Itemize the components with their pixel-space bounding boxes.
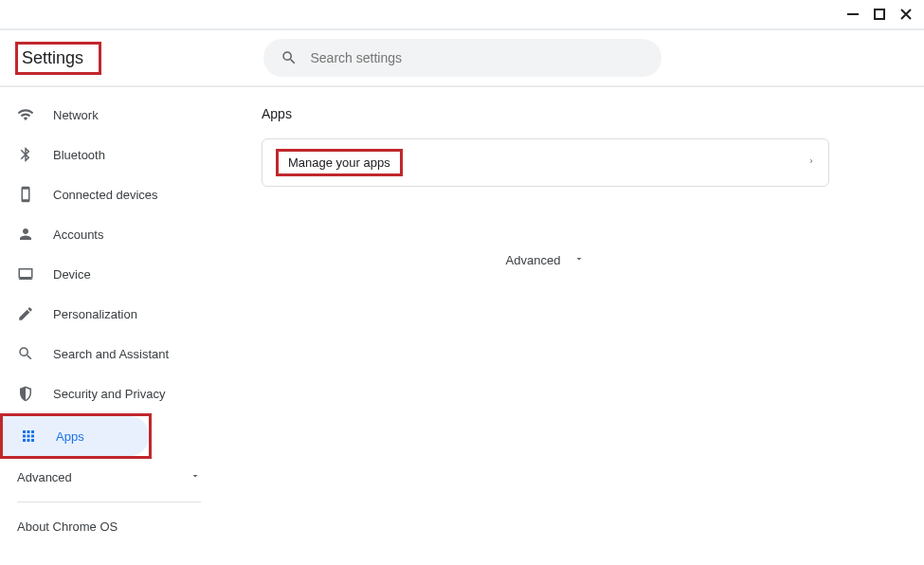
header: Settings <box>0 28 924 85</box>
title-highlight: Settings <box>15 42 101 75</box>
sidebar-item-accounts[interactable]: Accounts <box>0 214 208 254</box>
search-wrap <box>263 39 661 77</box>
manage-apps-card[interactable]: Manage your apps <box>262 138 829 187</box>
search-input[interactable] <box>311 50 644 65</box>
chevron-right-icon <box>807 155 815 170</box>
sidebar-about-label: About Chrome OS <box>17 519 118 534</box>
chevron-down-icon <box>573 253 585 267</box>
svg-rect-1 <box>875 9 884 19</box>
phone-icon <box>17 186 34 203</box>
wifi-icon <box>17 106 34 123</box>
advanced-toggle[interactable]: Advanced <box>262 253 829 267</box>
sidebar-item-connected-devices[interactable]: Connected devices <box>0 174 208 214</box>
sidebar-about[interactable]: About Chrome OS <box>0 508 218 545</box>
sidebar-advanced-label: Advanced <box>17 470 72 484</box>
apps-icon <box>20 428 37 445</box>
search-icon <box>17 345 34 362</box>
shield-icon <box>17 385 34 402</box>
sidebar-item-search-assistant[interactable]: Search and Assistant <box>0 334 208 374</box>
sidebar-item-personalization[interactable]: Personalization <box>0 294 208 334</box>
sidebar: Network Bluetooth Connected devices Acco… <box>0 87 218 553</box>
apps-highlight: Apps <box>0 413 152 459</box>
body: Network Bluetooth Connected devices Acco… <box>0 87 924 553</box>
sidebar-item-label: Device <box>53 267 91 282</box>
sidebar-item-label: Personalization <box>53 307 137 321</box>
sidebar-item-bluetooth[interactable]: Bluetooth <box>0 135 208 174</box>
sidebar-item-label: Accounts <box>53 228 103 242</box>
sidebar-item-apps[interactable]: Apps <box>3 416 149 456</box>
svg-rect-0 <box>847 13 859 15</box>
manage-apps-label: Manage your apps <box>288 155 390 170</box>
bluetooth-icon <box>17 146 34 163</box>
window-controls <box>846 8 913 21</box>
main-content: Apps Manage your apps Advanced <box>218 87 924 553</box>
laptop-icon <box>17 265 34 282</box>
search-bar[interactable] <box>263 39 661 77</box>
maximize-button[interactable] <box>873 8 886 21</box>
person-icon <box>17 226 34 243</box>
sidebar-item-label: Connected devices <box>53 188 158 202</box>
close-button[interactable] <box>899 8 913 21</box>
sidebar-divider <box>17 501 201 502</box>
sidebar-item-label: Security and Privacy <box>53 387 166 401</box>
advanced-toggle-label: Advanced <box>506 253 561 267</box>
search-icon <box>281 49 298 66</box>
sidebar-item-label: Search and Assistant <box>53 347 169 361</box>
edit-icon <box>17 305 34 322</box>
sidebar-item-device[interactable]: Device <box>0 254 208 294</box>
chevron-down-icon <box>190 470 201 484</box>
sidebar-item-security[interactable]: Security and Privacy <box>0 374 208 413</box>
sidebar-item-label: Bluetooth <box>53 148 105 162</box>
header-divider <box>0 85 924 87</box>
page-title: Settings <box>22 48 83 67</box>
sidebar-item-label: Network <box>53 108 99 122</box>
section-title: Apps <box>262 106 829 121</box>
sidebar-item-network[interactable]: Network <box>0 95 208 135</box>
sidebar-advanced[interactable]: Advanced <box>0 459 218 496</box>
sidebar-item-label: Apps <box>56 429 84 444</box>
manage-apps-highlight: Manage your apps <box>276 149 403 176</box>
minimize-button[interactable] <box>846 8 860 21</box>
